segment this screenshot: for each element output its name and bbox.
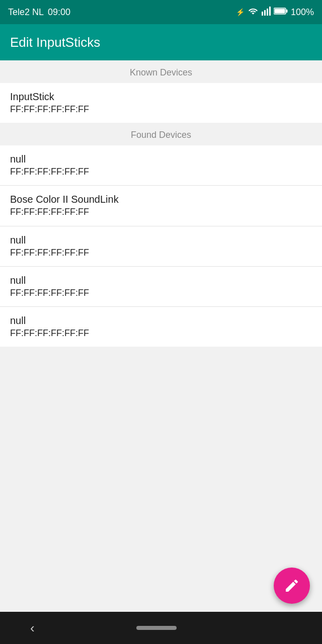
known-device-item-0[interactable]: InputStick FF:FF:FF:FF:FF:FF xyxy=(0,83,322,123)
content: Known Devices InputStick FF:FF:FF:FF:FF:… xyxy=(0,60,322,644)
flash-icon: ⚡ xyxy=(236,8,245,16)
found-device-item-2[interactable]: null FF:FF:FF:FF:FF:FF xyxy=(0,226,322,267)
found-device-mac-2: FF:FF:FF:FF:FF:FF xyxy=(10,247,312,259)
found-device-mac-0: FF:FF:FF:FF:FF:FF xyxy=(10,166,312,178)
found-device-name-4: null xyxy=(10,314,312,327)
found-device-name-0: null xyxy=(10,152,312,166)
svg-rect-3 xyxy=(269,7,271,16)
home-pill[interactable] xyxy=(136,626,177,630)
svg-rect-6 xyxy=(274,9,285,13)
status-left: Tele2 NL 09:00 xyxy=(8,7,70,18)
nav-bar: ‹ xyxy=(0,612,322,644)
app-bar: Edit InputSticks xyxy=(0,24,322,60)
known-devices-section-header: Known Devices xyxy=(0,60,322,83)
known-device-name-0: InputStick xyxy=(10,90,312,103)
battery-percent: 100% xyxy=(291,7,314,18)
status-bar: Tele2 NL 09:00 ⚡ 100% xyxy=(0,0,322,24)
time-label: 09:00 xyxy=(48,7,70,18)
found-devices-section-header: Found Devices xyxy=(0,123,322,145)
found-device-item-4[interactable]: null FF:FF:FF:FF:FF:FF xyxy=(0,307,322,347)
carrier-label: Tele2 NL xyxy=(8,7,44,18)
svg-rect-0 xyxy=(262,12,263,16)
back-button[interactable]: ‹ xyxy=(30,620,35,636)
battery-icon xyxy=(274,7,288,18)
found-device-item-0[interactable]: null FF:FF:FF:FF:FF:FF xyxy=(0,145,322,186)
edit-icon xyxy=(284,578,300,594)
svg-rect-1 xyxy=(264,10,266,16)
known-devices-list: InputStick FF:FF:FF:FF:FF:FF xyxy=(0,83,322,123)
found-device-item-3[interactable]: null FF:FF:FF:FF:FF:FF xyxy=(0,267,322,307)
found-device-name-1: Bose Color II SoundLink xyxy=(10,193,312,206)
svg-rect-2 xyxy=(267,9,268,16)
found-devices-list: null FF:FF:FF:FF:FF:FF Bose Color II Sou… xyxy=(0,145,322,347)
found-device-name-2: null xyxy=(10,233,312,247)
found-device-mac-3: FF:FF:FF:FF:FF:FF xyxy=(10,287,312,299)
found-device-item-1[interactable]: Bose Color II SoundLink FF:FF:FF:FF:FF:F… xyxy=(0,186,322,226)
signal-icon xyxy=(262,7,271,18)
status-right: ⚡ 100% xyxy=(236,7,314,18)
wifi-icon xyxy=(248,7,259,18)
known-device-mac-0: FF:FF:FF:FF:FF:FF xyxy=(10,103,312,116)
found-device-mac-4: FF:FF:FF:FF:FF:FF xyxy=(10,327,312,340)
found-device-mac-1: FF:FF:FF:FF:FF:FF xyxy=(10,206,312,218)
edit-fab[interactable] xyxy=(274,568,310,604)
app-bar-title: Edit InputSticks xyxy=(10,35,100,50)
svg-rect-5 xyxy=(286,10,287,13)
found-device-name-3: null xyxy=(10,274,312,287)
